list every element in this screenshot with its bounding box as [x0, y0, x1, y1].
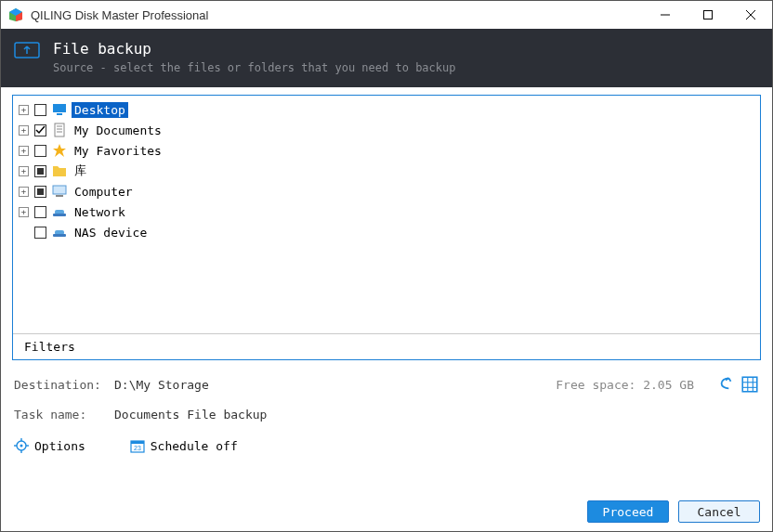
expand-toggle[interactable]: + — [19, 166, 29, 176]
cancel-label: Cancel — [698, 505, 741, 519]
svg-marker-14 — [53, 144, 66, 157]
page-title: File backup — [53, 40, 455, 58]
schedule-label: Schedule off — [151, 439, 238, 453]
tree-item-label: NAS device — [72, 225, 150, 240]
minimize-button[interactable] — [644, 1, 687, 29]
calendar-icon: 23 — [130, 438, 145, 453]
checkbox[interactable] — [34, 104, 46, 116]
network-icon — [52, 204, 67, 219]
app-icon — [8, 7, 23, 22]
backup-icon — [14, 40, 40, 60]
app-title: QILING Disk Master Professional — [31, 8, 644, 22]
svg-rect-9 — [57, 113, 62, 115]
tree-item-label: Network — [72, 204, 128, 220]
tree-item-nas[interactable]: NAS device — [19, 222, 754, 242]
svg-rect-15 — [53, 186, 66, 194]
svg-rect-33 — [131, 441, 144, 444]
schedule-button[interactable]: 23 Schedule off — [130, 438, 238, 453]
tree-item-computer[interactable]: + Computer — [19, 181, 754, 201]
titlebar: QILING Disk Master Professional — [1, 1, 772, 29]
network-icon — [52, 225, 67, 240]
maximize-button[interactable] — [687, 1, 729, 29]
monitor-icon — [52, 102, 67, 117]
tree-item-label: Desktop — [72, 102, 128, 118]
expand-toggle[interactable]: + — [19, 187, 29, 197]
folder-icon — [52, 163, 67, 178]
tree-item-label: Computer — [72, 184, 136, 200]
star-icon — [52, 143, 67, 158]
drive-details-button[interactable] — [740, 375, 759, 394]
checkbox[interactable] — [34, 186, 46, 198]
tree-item-label: My Favorites — [72, 143, 164, 159]
checkbox[interactable] — [34, 165, 46, 177]
svg-rect-8 — [53, 104, 66, 112]
destination-row: Destination: D:\My Storage Free space: 2… — [14, 370, 759, 399]
page-subtitle: Source - select the files or folders tha… — [53, 61, 455, 74]
svg-rect-4 — [704, 11, 713, 19]
source-tree[interactable]: + Desktop + My Documents + — [13, 96, 760, 333]
expand-toggle[interactable]: + — [19, 146, 29, 156]
source-tree-container: + Desktop + My Documents + — [12, 95, 761, 360]
expand-toggle[interactable]: + — [19, 105, 29, 115]
checkbox[interactable] — [34, 206, 46, 218]
filters-label: Filters — [24, 340, 75, 354]
close-button[interactable] — [729, 1, 772, 29]
destination-value: D:\My Storage — [114, 378, 209, 392]
tree-item-network[interactable]: + Network — [19, 201, 754, 222]
task-name-value[interactable]: Documents File backup — [114, 408, 267, 422]
svg-rect-16 — [56, 195, 63, 197]
svg-rect-21 — [742, 377, 757, 392]
tree-item-favorites[interactable]: + My Favorites — [19, 140, 754, 161]
tree-item-desktop[interactable]: + Desktop — [19, 99, 754, 120]
tree-item-library[interactable]: + 库 — [19, 161, 754, 181]
svg-rect-10 — [55, 123, 64, 136]
document-icon — [52, 123, 67, 137]
page-header: File backup Source - select the files or… — [1, 29, 772, 87]
checkbox[interactable] — [34, 145, 46, 157]
tree-item-documents[interactable]: + My Documents — [19, 120, 754, 140]
checkbox[interactable] — [34, 124, 46, 136]
gear-icon — [14, 438, 29, 453]
computer-icon — [52, 184, 67, 199]
expand-toggle[interactable]: + — [19, 125, 29, 136]
svg-rect-18 — [53, 214, 66, 216]
cancel-button[interactable]: Cancel — [678, 500, 760, 523]
proceed-label: Proceed — [603, 505, 654, 519]
svg-point-27 — [20, 445, 23, 448]
task-name-row: Task name: Documents File backup — [14, 399, 759, 429]
footer-buttons: Proceed Cancel — [587, 500, 760, 523]
proceed-button[interactable]: Proceed — [587, 500, 669, 523]
options-label: Options — [34, 439, 85, 453]
free-space-label: Free space: 2.05 GB — [556, 378, 694, 392]
svg-text:23: 23 — [134, 445, 141, 451]
task-name-label: Task name: — [14, 408, 114, 422]
browse-destination-button[interactable] — [716, 375, 735, 394]
expand-spacer — [19, 227, 29, 238]
tree-item-label: My Documents — [72, 123, 164, 138]
expand-toggle[interactable]: + — [19, 207, 29, 217]
checkbox[interactable] — [34, 227, 46, 239]
filters-button[interactable]: Filters — [13, 333, 760, 359]
options-button[interactable]: Options — [14, 438, 85, 453]
svg-rect-20 — [53, 234, 66, 237]
destination-label: Destination: — [14, 378, 114, 392]
tree-item-label: 库 — [72, 162, 89, 180]
